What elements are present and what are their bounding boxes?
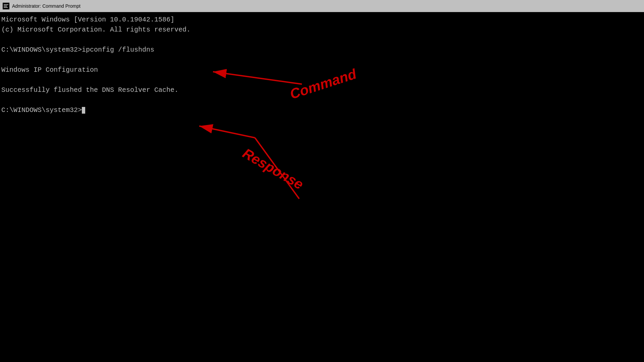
terminal-line-2: (c) Microsoft Corporation. All rights re…: [1, 25, 643, 35]
terminal-line-3: [1, 35, 643, 45]
titlebar: Administrator: Command Prompt: [0, 0, 644, 12]
terminal-line-5: [1, 55, 643, 65]
terminal-line-1: Microsoft Windows [Version 10.0.19042.15…: [1, 15, 643, 25]
terminal-line-4: C:\WINDOWS\system32>ipconfig /flushdns: [1, 45, 643, 55]
svg-rect-1: [4, 4, 8, 5]
titlebar-icon: [3, 3, 9, 9]
terminal-body[interactable]: Microsoft Windows [Version 10.0.19042.15…: [0, 12, 644, 118]
svg-line-7: [255, 138, 299, 199]
svg-line-6: [199, 126, 255, 138]
window: Administrator: Command Prompt Microsoft …: [0, 0, 644, 118]
terminal-line-6: Windows IP Configuration: [1, 65, 643, 75]
terminal-line-7: [1, 75, 643, 85]
terminal-line-9: [1, 95, 643, 105]
terminal-line-8: Successfully flushed the DNS Resolver Ca…: [1, 85, 643, 95]
svg-rect-3: [4, 7, 8, 8]
svg-rect-2: [4, 6, 7, 6]
titlebar-text: Administrator: Command Prompt: [12, 3, 80, 9]
terminal-line-10: C:\WINDOWS\system32>: [1, 105, 643, 115]
response-annotation-text: Response: [240, 145, 306, 192]
